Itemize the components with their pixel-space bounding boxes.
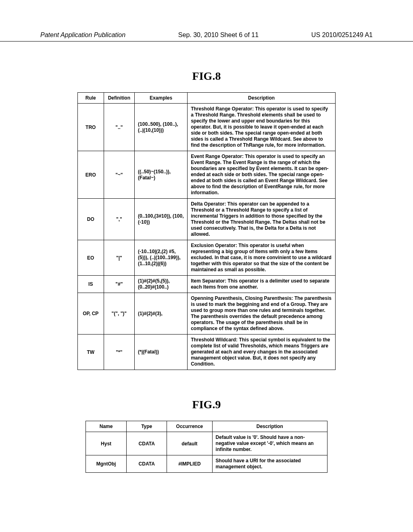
cell-type: CDATA <box>127 432 167 455</box>
cell-rule: IS <box>78 276 104 293</box>
cell-rule: TW <box>78 335 104 370</box>
col-description: Description <box>212 421 327 432</box>
cell-definition: "#" <box>104 276 135 293</box>
table-row: DO "," (0..100,(3#10)), (100,(-10)) Delt… <box>78 199 336 240</box>
col-definition: Definition <box>104 93 135 104</box>
cell-rule: OP, CP <box>78 293 104 335</box>
col-name: Name <box>86 421 127 432</box>
cell-description: Threshold Range Operator: This operator … <box>188 104 336 151</box>
cell-definition: "*" <box>104 335 135 370</box>
cell-rule: ERO <box>78 151 104 199</box>
cell-rule: DO <box>78 199 104 240</box>
cell-occurrence: #IMPLIED <box>167 455 212 473</box>
col-occurrence: Occurrence <box>167 421 212 432</box>
table-row: OP, CP "(", ")" (1)#(2)#(3), Openning Pa… <box>78 293 336 335</box>
table-row: TRO ".." (100..500), (100..), (..|(10,(1… <box>78 104 336 151</box>
header-sheet-info: Sep. 30, 2010 Sheet 6 of 11 <box>178 31 259 39</box>
cell-description: Event Range Operator: This operator is u… <box>188 151 336 199</box>
col-rule: Rule <box>78 93 104 104</box>
cell-definition: "~" <box>104 151 135 199</box>
table-row: MgntObj CDATA #IMPLIED Should have a URI… <box>86 455 327 473</box>
table-row: ERO "~" ((..50)~(150..)), (Fatal~) Event… <box>78 151 336 199</box>
cell-examples: (100..500), (100..), (..|(10,(10))) <box>135 104 188 151</box>
table-row: EO "|" (-10..10|(2,(2) #5,(5))), (..|(10… <box>78 240 336 276</box>
table-row: TW "*" (*|(Fatal)) Threshold Wildcard: T… <box>78 335 336 370</box>
cell-occurrence: default <box>167 432 212 455</box>
cell-examples: ((..50)~(150..)), (Fatal~) <box>135 151 188 199</box>
cell-description: Item Separator: This operator is a delim… <box>188 276 336 293</box>
cell-name: Hyst <box>86 432 127 455</box>
header-pub-number: US 2010/0251249 A1 <box>311 31 373 39</box>
cell-description: Threshold Wildcard: This special symbol … <box>188 335 336 370</box>
cell-examples: (0..100,(3#10)), (100,(-10)) <box>135 199 188 240</box>
figure-9-table: Name Type Occurrence Description Hyst CD… <box>86 421 327 473</box>
figure-8-title: FIG.8 <box>0 70 413 83</box>
table-row: Hyst CDATA default Default value is '0'.… <box>86 432 327 455</box>
col-type: Type <box>127 421 167 432</box>
cell-name: MgntObj <box>86 455 127 473</box>
cell-description: Default value is '0'. Should have a non-… <box>212 432 327 455</box>
cell-examples: (1)#(2)#(5,(5)), (0..20)#(100..) <box>135 276 188 293</box>
table-header-row: Name Type Occurrence Description <box>86 421 327 432</box>
cell-definition: "(", ")" <box>104 293 135 335</box>
cell-rule: TRO <box>78 104 104 151</box>
cell-definition: "," <box>104 199 135 240</box>
col-description: Description <box>188 93 336 104</box>
cell-examples: (1)#(2)#(3), <box>135 293 188 335</box>
header-publication: Patent Application Publication <box>40 31 125 39</box>
cell-rule: EO <box>78 240 104 276</box>
figure-9-title: FIG.9 <box>0 398 413 411</box>
cell-definition: "|" <box>104 240 135 276</box>
cell-examples: (*|(Fatal)) <box>135 335 188 370</box>
figure-8-table: Rule Definition Examples Description TRO… <box>77 92 336 370</box>
cell-definition: ".." <box>104 104 135 151</box>
cell-description: Should have a URI for the associated man… <box>212 455 327 473</box>
table-row: IS "#" (1)#(2)#(5,(5)), (0..20)#(100..) … <box>78 276 336 293</box>
page-header: Patent Application Publication Sep. 30, … <box>0 0 413 42</box>
cell-description: Exclusion Operator: This operator is use… <box>188 240 336 276</box>
cell-description: Openning Parenthesis, Closing Parenthesi… <box>188 293 336 335</box>
table-header-row: Rule Definition Examples Description <box>78 93 336 104</box>
col-examples: Examples <box>135 93 188 104</box>
cell-type: CDATA <box>127 455 167 473</box>
cell-examples: (-10..10|(2,(2) #5,(5))), (..|(100..199)… <box>135 240 188 276</box>
cell-description: Delta Operator: This operator can be app… <box>188 199 336 240</box>
